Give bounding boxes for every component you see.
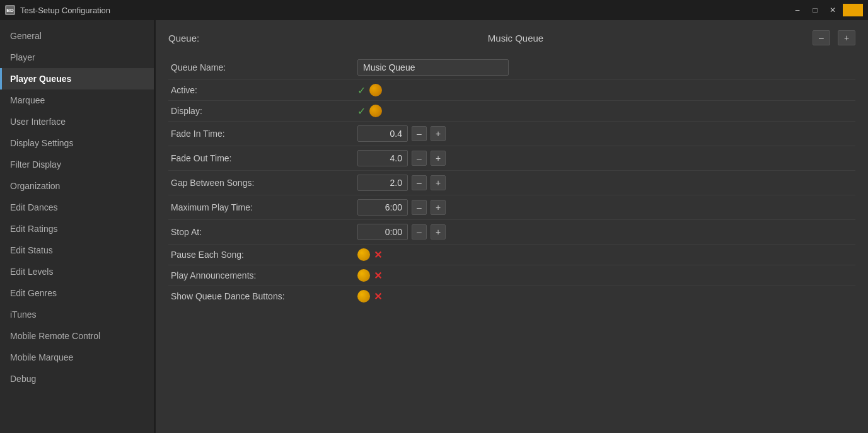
toggle-x-pause-each-song[interactable]: ✕ bbox=[374, 249, 382, 261]
settings-row-fade-out-time: Fade Out Time:–+ bbox=[168, 146, 855, 171]
settings-value-show-queue-dance-buttons: ✕ bbox=[357, 290, 382, 303]
close-button[interactable]: ✕ bbox=[825, 4, 840, 16]
sidebar-item-organization[interactable]: Organization bbox=[0, 175, 154, 197]
settings-row-fade-in-time: Fade In Time:–+ bbox=[168, 122, 855, 146]
sidebar-item-general[interactable]: General bbox=[0, 25, 154, 47]
settings-value-maximum-play-time: –+ bbox=[357, 199, 446, 216]
toggle-circle-active[interactable] bbox=[369, 84, 382, 96]
num-input-gap-between-songs[interactable] bbox=[357, 175, 408, 191]
settings-row-stop-at: Stop At:–+ bbox=[168, 220, 855, 245]
queue-header: Queue: Music Queue – + bbox=[168, 30, 855, 45]
settings-row-play-announcements: Play Announcements:✕ bbox=[168, 265, 855, 286]
settings-value-stop-at: –+ bbox=[357, 224, 446, 240]
sidebar-item-player-queues[interactable]: Player Queues bbox=[0, 68, 154, 89]
settings-label-pause-each-song: Pause Each Song: bbox=[168, 250, 357, 260]
maximize-button[interactable]: □ bbox=[807, 4, 823, 16]
settings-value-display: ✓ bbox=[357, 105, 382, 117]
sidebar-item-edit-ratings[interactable]: Edit Ratings bbox=[0, 218, 154, 240]
settings-label-maximum-play-time: Maximum Play Time: bbox=[168, 202, 357, 212]
sidebar-item-itunes[interactable]: iTunes bbox=[0, 304, 154, 325]
toggle-x-show-queue-dance-buttons[interactable]: ✕ bbox=[374, 291, 382, 303]
title-bar-controls: – □ ✕ bbox=[790, 4, 863, 16]
settings-value-gap-between-songs: –+ bbox=[357, 175, 446, 191]
queue-minus-button[interactable]: – bbox=[813, 30, 830, 45]
title-bar: BD Test-Setup Configuration – □ ✕ bbox=[0, 0, 868, 20]
num-input-fade-out-time[interactable] bbox=[357, 150, 408, 166]
sidebar-item-edit-genres[interactable]: Edit Genres bbox=[0, 282, 154, 304]
sidebar-item-user-interface[interactable]: User Interface bbox=[0, 111, 154, 132]
settings-row-queue-name: Queue Name: bbox=[168, 55, 855, 80]
settings-row-show-queue-dance-buttons: Show Queue Dance Buttons:✕ bbox=[168, 286, 855, 306]
minus-btn-fade-in-time[interactable]: – bbox=[412, 126, 427, 141]
text-input-queue-name[interactable] bbox=[357, 59, 509, 76]
plus-btn-fade-in-time[interactable]: + bbox=[431, 126, 446, 141]
sidebar-item-player[interactable]: Player bbox=[0, 47, 154, 68]
settings-value-play-announcements: ✕ bbox=[357, 269, 382, 282]
app-icon: BD bbox=[5, 5, 15, 15]
settings-row-gap-between-songs: Gap Between Songs:–+ bbox=[168, 171, 855, 195]
sidebar-item-filter-display[interactable]: Filter Display bbox=[0, 154, 154, 175]
main-layout: GeneralPlayerPlayer QueuesMarqueeUser In… bbox=[0, 20, 868, 433]
settings-label-fade-in-time: Fade In Time: bbox=[168, 129, 357, 139]
settings-value-fade-out-time: –+ bbox=[357, 150, 446, 166]
toggle-circle-pause-each-song[interactable] bbox=[357, 248, 370, 261]
settings-label-show-queue-dance-buttons: Show Queue Dance Buttons: bbox=[168, 291, 357, 301]
settings-label-active: Active: bbox=[168, 85, 357, 95]
settings-value-queue-name bbox=[357, 59, 509, 76]
settings-label-display: Display: bbox=[168, 106, 357, 116]
settings-label-queue-name: Queue Name: bbox=[168, 62, 357, 72]
settings-label-play-announcements: Play Announcements: bbox=[168, 270, 357, 280]
plus-btn-fade-out-time[interactable]: + bbox=[431, 151, 446, 166]
minus-btn-fade-out-time[interactable]: – bbox=[412, 151, 427, 166]
settings-value-pause-each-song: ✕ bbox=[357, 248, 382, 261]
minus-btn-gap-between-songs[interactable]: – bbox=[412, 175, 427, 190]
settings-value-active: ✓ bbox=[357, 84, 382, 96]
sidebar-item-edit-status[interactable]: Edit Status bbox=[0, 240, 154, 261]
settings-row-display: Display:✓ bbox=[168, 101, 855, 122]
plus-btn-maximum-play-time[interactable]: + bbox=[431, 200, 446, 215]
toggle-x-play-announcements[interactable]: ✕ bbox=[374, 270, 382, 282]
minus-btn-maximum-play-time[interactable]: – bbox=[412, 200, 427, 215]
settings-label-stop-at: Stop At: bbox=[168, 227, 357, 237]
toggle-circle-show-queue-dance-buttons[interactable] bbox=[357, 290, 370, 303]
num-input-stop-at[interactable] bbox=[357, 224, 408, 240]
settings-value-fade-in-time: –+ bbox=[357, 125, 446, 142]
settings-table: Queue Name:Active:✓Display:✓Fade In Time… bbox=[168, 55, 855, 306]
num-input-maximum-play-time[interactable] bbox=[357, 199, 408, 216]
sidebar: GeneralPlayerPlayer QueuesMarqueeUser In… bbox=[0, 20, 154, 433]
settings-label-fade-out-time: Fade Out Time: bbox=[168, 153, 357, 163]
sidebar-item-mobile-remote-control[interactable]: Mobile Remote Control bbox=[0, 325, 154, 347]
toggle-check-active[interactable]: ✓ bbox=[357, 84, 366, 96]
plus-btn-stop-at[interactable]: + bbox=[431, 224, 446, 240]
sidebar-item-edit-levels[interactable]: Edit Levels bbox=[0, 261, 154, 282]
toggle-check-display[interactable]: ✓ bbox=[357, 105, 366, 117]
title-bar-left: BD Test-Setup Configuration bbox=[5, 5, 110, 15]
sidebar-item-debug[interactable]: Debug bbox=[0, 368, 154, 390]
svg-text:BD: BD bbox=[6, 8, 14, 13]
window-title: Test-Setup Configuration bbox=[20, 6, 110, 15]
queue-name-display: Music Queue bbox=[226, 33, 805, 43]
queue-plus-button[interactable]: + bbox=[838, 30, 855, 45]
settings-row-maximum-play-time: Maximum Play Time:–+ bbox=[168, 195, 855, 220]
num-input-fade-in-time[interactable] bbox=[357, 125, 408, 142]
sidebar-item-marquee[interactable]: Marquee bbox=[0, 89, 154, 111]
accent-indicator bbox=[843, 4, 863, 16]
content-area: Queue: Music Queue – + Queue Name:Active… bbox=[156, 20, 868, 433]
minus-btn-stop-at[interactable]: – bbox=[412, 224, 427, 240]
sidebar-item-mobile-marquee[interactable]: Mobile Marquee bbox=[0, 347, 154, 368]
settings-row-active: Active:✓ bbox=[168, 80, 855, 101]
queue-label: Queue: bbox=[168, 33, 219, 43]
settings-row-pause-each-song: Pause Each Song:✕ bbox=[168, 245, 855, 265]
settings-label-gap-between-songs: Gap Between Songs: bbox=[168, 178, 357, 188]
sidebar-item-display-settings[interactable]: Display Settings bbox=[0, 132, 154, 154]
toggle-circle-display[interactable] bbox=[369, 105, 382, 117]
plus-btn-gap-between-songs[interactable]: + bbox=[431, 175, 446, 190]
toggle-circle-play-announcements[interactable] bbox=[357, 269, 370, 282]
minimize-button[interactable]: – bbox=[790, 4, 805, 16]
sidebar-item-edit-dances[interactable]: Edit Dances bbox=[0, 197, 154, 218]
